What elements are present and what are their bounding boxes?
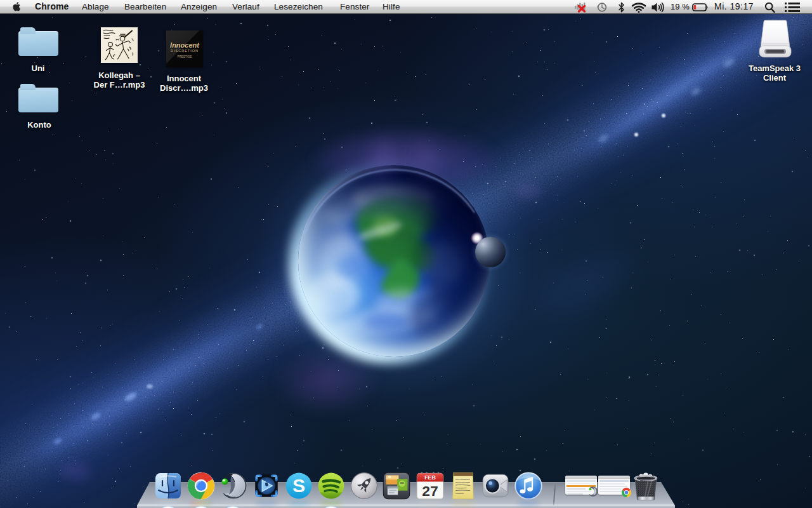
svg-text:FEB: FEB (424, 474, 435, 481)
svg-text:S: S (292, 475, 305, 496)
svg-text:27: 27 (422, 483, 438, 499)
